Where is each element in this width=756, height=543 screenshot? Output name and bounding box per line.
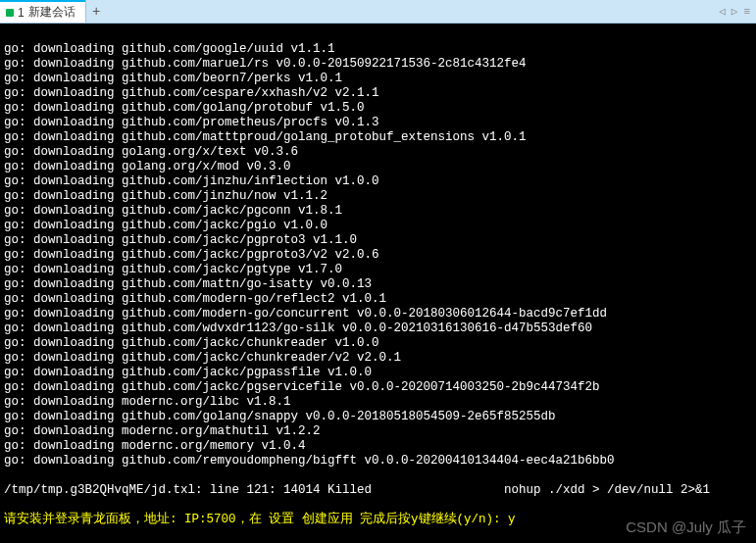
log-line: go: downloading modernc.org/memory v1.0.… xyxy=(4,439,752,454)
nav-right-icon[interactable]: ▷ xyxy=(731,5,738,18)
log-line: go: downloading github.com/modern-go/ref… xyxy=(4,292,752,307)
log-line: go: downloading github.com/jackc/chunkre… xyxy=(4,351,752,366)
log-line: go: downloading modernc.org/libc v1.8.1 xyxy=(4,395,752,410)
add-tab-button[interactable]: + xyxy=(85,0,107,23)
log-line: go: downloading github.com/golang/snappy… xyxy=(4,410,752,424)
log-line: go: downloading github.com/wdvxdr1123/go… xyxy=(4,321,752,336)
log-line: go: downloading github.com/cespare/xxhas… xyxy=(4,86,752,101)
log-line: go: downloading modernc.org/mathutil v1.… xyxy=(4,424,752,439)
log-line: go: downloading golang.org/x/mod v0.3.0 xyxy=(4,160,752,174)
log-line: go: downloading github.com/beorn7/perks … xyxy=(4,72,752,86)
log-line: go: downloading github.com/jackc/pgproto… xyxy=(4,233,752,248)
log-line: go: downloading github.com/google/uuid v… xyxy=(4,42,752,57)
log-line: go: downloading github.com/matttproud/go… xyxy=(4,130,752,145)
log-line: go: downloading github.com/jackc/pgpassf… xyxy=(4,366,752,380)
log-line: go: downloading github.com/jackc/pgconn … xyxy=(4,204,752,219)
tab-nav: ◁ ▷ ≡ xyxy=(713,0,756,23)
log-line: go: downloading github.com/jackc/chunkre… xyxy=(4,336,752,351)
log-line: go: downloading github.com/maruel/rs v0.… xyxy=(4,57,752,72)
log-line: go: downloading github.com/mattn/go-isat… xyxy=(4,277,752,292)
log-line: go: downloading github.com/jackc/pgio v1… xyxy=(4,219,752,233)
nav-menu-icon[interactable]: ≡ xyxy=(743,6,750,18)
log-line: go: downloading github.com/modern-go/con… xyxy=(4,307,752,321)
log-line: go: downloading github.com/jackc/pgservi… xyxy=(4,380,752,395)
log-line: go: downloading github.com/jackc/pgproto… xyxy=(4,248,752,263)
log-line: go: downloading golang.org/x/text v0.3.6 xyxy=(4,145,752,160)
tab-index: 1 xyxy=(18,6,25,20)
log-line: go: downloading github.com/golang/protob… xyxy=(4,101,752,116)
tab-title: 新建会话 xyxy=(28,4,76,21)
install-prompt: 请安装并登录青龙面板，地址: IP:5700，在 设置 创建应用 完成后按y键继… xyxy=(4,513,752,527)
tab-bar: 1 新建会话 + ◁ ▷ ≡ xyxy=(0,0,756,24)
log-line: go: downloading github.com/remyoudomphen… xyxy=(4,454,752,469)
status-dot-icon xyxy=(6,9,14,17)
killed-line: /tmp/tmp.g3B2QHvqME/jd.txl: line 121: 14… xyxy=(4,483,752,498)
log-line: go: downloading github.com/prometheus/pr… xyxy=(4,116,752,130)
terminal-output[interactable]: go: downloading github.com/google/uuid v… xyxy=(0,24,756,543)
nav-left-icon[interactable]: ◁ xyxy=(719,5,726,18)
log-line: go: downloading github.com/jinzhu/now v1… xyxy=(4,189,752,204)
tab-active[interactable]: 1 新建会话 xyxy=(0,0,85,23)
log-line: go: downloading github.com/jinzhu/inflec… xyxy=(4,174,752,189)
log-line: go: downloading github.com/jackc/pgtype … xyxy=(4,263,752,277)
